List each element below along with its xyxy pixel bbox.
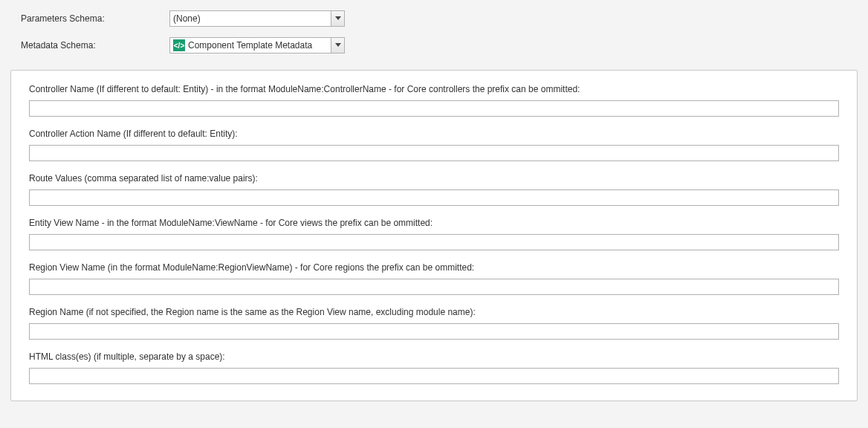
parameters-schema-label: Parameters Schema: — [21, 13, 169, 24]
parameters-schema-select[interactable]: (None) — [169, 10, 345, 27]
controller-action-name-input[interactable] — [29, 145, 839, 161]
controller-action-name-label: Controller Action Name (If different to … — [29, 127, 839, 140]
entity-view-name-label: Entity View Name - in the format ModuleN… — [29, 216, 839, 230]
parameters-schema-value: (None) — [173, 13, 201, 24]
region-view-name-label: Region View Name (in the format ModuleNa… — [29, 261, 839, 274]
controller-name-input[interactable] — [29, 100, 839, 117]
metadata-schema-select[interactable]: </> Component Template Metadata — [169, 37, 345, 54]
region-name-label: Region Name (if not specified, the Regio… — [29, 305, 839, 319]
region-name-input[interactable] — [29, 323, 839, 340]
svg-marker-3 — [335, 43, 341, 47]
dropdown-arrow-icon — [331, 11, 344, 26]
metadata-schema-label: Metadata Schema: — [21, 40, 169, 51]
route-values-label: Route Values (comma separated list of na… — [29, 172, 839, 185]
metadata-schema-value: Component Template Metadata — [188, 40, 312, 51]
dropdown-arrow-icon — [331, 38, 344, 53]
html-classes-label: HTML class(es) (if multiple, separate by… — [29, 350, 839, 363]
controller-name-label: Controller Name (If different to default… — [29, 82, 839, 96]
svg-text:</>: </> — [174, 42, 185, 50]
svg-marker-0 — [335, 16, 341, 20]
entity-view-name-input[interactable] — [29, 234, 839, 250]
html-classes-input[interactable] — [29, 368, 839, 384]
route-values-input[interactable] — [29, 189, 839, 206]
region-view-name-input[interactable] — [29, 279, 839, 295]
schema-icon: </> — [173, 39, 185, 51]
metadata-fields-panel: Controller Name (If different to default… — [10, 70, 858, 401]
